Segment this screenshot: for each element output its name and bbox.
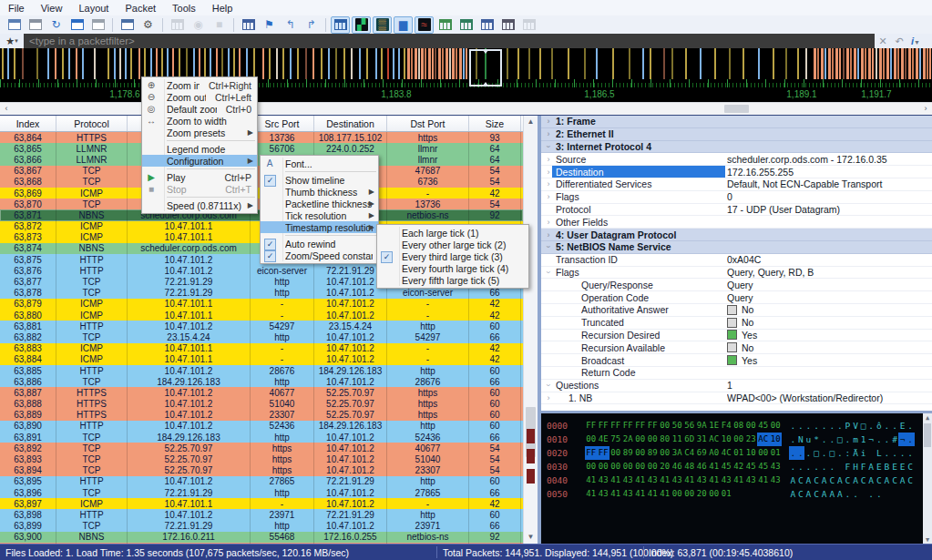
menu-item-packetline-thickness[interactable]: Packetline thickness▶ bbox=[261, 198, 378, 209]
chevron-collapsed-icon[interactable]: › bbox=[544, 179, 553, 188]
column-header-size[interactable]: Size bbox=[469, 116, 521, 131]
packet-row[interactable]: 63,883ICMP10.47.101.1-10.47.101.2-42 bbox=[0, 343, 523, 354]
detail-field-operation-code[interactable]: Operation CodeQuery bbox=[541, 291, 932, 304]
packet-row[interactable]: 63,879ICMP10.47.101.1-10.47.101.2-42 bbox=[0, 299, 523, 310]
hex-row[interactable]: 003000000000000020464846414542454543....… bbox=[541, 460, 932, 473]
menu-item-zoom-to-width[interactable]: ↔Zoom to width bbox=[142, 115, 257, 127]
packet-row[interactable]: 63,865LLMNR56706224.0.0.252llmnr64 bbox=[0, 143, 523, 154]
column-header-protocol[interactable]: Protocol bbox=[56, 116, 128, 131]
timeline-view-icon[interactable]: ▞ bbox=[352, 16, 371, 34]
packet-row[interactable]: 63,880ICMP10.47.101.1-10.47.101.2-42 bbox=[0, 310, 523, 321]
packet-row[interactable]: 63,888HTTPS10.47.101.25104052.25.70.97ht… bbox=[0, 399, 523, 410]
menu-item-zoom-out[interactable]: ⊖Zoom outCtrl+Left bbox=[142, 91, 257, 103]
chevron-collapsed-icon[interactable]: › bbox=[544, 129, 553, 138]
nodes-view-icon[interactable] bbox=[456, 16, 476, 34]
hex-dump-panel[interactable]: ▲ ▼ 0000FFFFFFFFFFFF0050569A1EF408004500… bbox=[541, 413, 932, 545]
statistics-view-icon[interactable] bbox=[498, 16, 517, 34]
detail-field-flags[interactable]: ›Flags0 bbox=[541, 191, 932, 204]
protocols-view-icon[interactable] bbox=[477, 16, 497, 34]
detail-field-authoritative-answer[interactable]: Authoritative AnswerNo bbox=[541, 304, 932, 317]
menu-item-zoom-presets[interactable]: Zoom presets▶ bbox=[142, 127, 257, 138]
table-scroll-up-icon[interactable]: ▲ bbox=[524, 116, 538, 128]
goto-previous-icon[interactable]: ↰ bbox=[281, 16, 300, 34]
detail-field-1-nb[interactable]: ›1. NBWPAD<00> (Workstation/Redirector) bbox=[541, 392, 932, 405]
packet-row[interactable]: 63,882TCP23.15.4.24http10.47.101.2542976… bbox=[0, 331, 523, 342]
menu-item-zoom-speed-constant[interactable]: ✓Zoom/Speed constant bbox=[261, 249, 378, 261]
detail-field-query-response[interactable]: Query/ResponseQuery bbox=[541, 279, 932, 291]
detail-field-other-fields[interactable]: ›Other Fields bbox=[541, 216, 932, 229]
detail-field-flags[interactable]: ›FlagsQuery, Query, RD, B bbox=[541, 267, 932, 280]
detail-section-4-user-datagram-protocol[interactable]: ›4: User Datagram Protocol bbox=[541, 229, 932, 241]
menu-item-tick-resolution[interactable]: Tick resolution▶ bbox=[261, 209, 378, 221]
detail-section-2-ethernet-ii[interactable]: ›2: Ethernet II bbox=[541, 128, 932, 141]
chevron-expanded-icon[interactable]: › bbox=[544, 142, 553, 151]
chevron-expanded-icon[interactable]: › bbox=[544, 268, 553, 277]
timeline-view[interactable] bbox=[0, 48, 932, 87]
packet-row[interactable]: 63,897ICMP10.47.101.1-10.47.101.2-42 bbox=[0, 498, 523, 509]
menu-item-every-other-large-tick-2[interactable]: Every other large tick (2) bbox=[377, 239, 528, 250]
detail-field-protocol[interactable]: Protocol17 - UDP (User Datagram) bbox=[541, 204, 932, 217]
detail-field-truncated[interactable]: TruncatedNo bbox=[541, 317, 932, 330]
layout-icon[interactable] bbox=[118, 16, 137, 34]
menu-item-timestamp-resolution[interactable]: Timestamp resolution▶ bbox=[261, 221, 378, 233]
menu-item-every-third-large-tick-3[interactable]: ✓Every third large tick (3) bbox=[377, 250, 528, 262]
menu-item-every-fifth-large-tick-5[interactable]: Every fifth large tick (5) bbox=[377, 274, 528, 286]
table-scroll-down-icon[interactable]: ▼ bbox=[524, 531, 538, 544]
charts-view-icon[interactable]: ▆ bbox=[394, 16, 413, 34]
scroll-left-icon[interactable]: ‹ bbox=[0, 103, 13, 115]
packet-row[interactable]: 63,891TCP184.29.126.183http10.47.101.252… bbox=[0, 432, 523, 443]
chevron-collapsed-icon[interactable]: › bbox=[544, 192, 553, 201]
packet-row[interactable]: 63,898HTTP10.47.101.22397172.21.91.29htt… bbox=[0, 509, 523, 520]
packets-view-icon[interactable] bbox=[331, 16, 350, 34]
chevron-collapsed-icon[interactable]: › bbox=[544, 117, 553, 126]
detail-field-destination[interactable]: ›Destination172.16.255.255 bbox=[541, 166, 932, 178]
packet-row[interactable]: 63,878TCP72.21.91.29http10.47.101.2eicon… bbox=[0, 288, 523, 299]
packet-row[interactable]: 63,887HTTPS10.47.101.24067752.25.70.97ht… bbox=[0, 387, 523, 398]
menu-item-every-fourth-large-tick-4[interactable]: Every fourth large tick (4) bbox=[377, 262, 528, 274]
chevron-collapsed-icon[interactable]: › bbox=[544, 155, 553, 164]
packet-row[interactable]: 63,885HTTP10.47.101.228676184.29.126.183… bbox=[0, 365, 523, 376]
menu-item-default-zoom[interactable]: ◎Default zoomCtrl+0 bbox=[142, 103, 257, 115]
menubar-item-packet[interactable]: Packet bbox=[117, 2, 164, 15]
menu-item-speed-0-87111x[interactable]: Speed (0.87111x)▶ bbox=[142, 199, 257, 211]
menubar-item-file[interactable]: File bbox=[0, 2, 33, 15]
menubar-item-view[interactable]: View bbox=[33, 2, 71, 15]
open-capture-icon[interactable] bbox=[5, 16, 24, 34]
packet-list-icon[interactable] bbox=[239, 16, 258, 34]
column-header-index[interactable]: Index bbox=[0, 116, 56, 131]
timeline-selection-thumb[interactable] bbox=[469, 49, 502, 87]
flows-view-icon[interactable] bbox=[435, 16, 455, 34]
detail-field-transaction-id[interactable]: Transaction ID0xA04C bbox=[541, 254, 932, 267]
peer-map-icon[interactable]: ▒ bbox=[373, 16, 392, 34]
adapter-icon[interactable] bbox=[88, 16, 108, 34]
detail-field-recursion-desired[interactable]: Recursion DesiredYes bbox=[541, 330, 932, 342]
menubar-item-layout[interactable]: Layout bbox=[70, 2, 117, 15]
favorites-button[interactable]: ★▾ bbox=[0, 34, 24, 48]
detail-field-source[interactable]: ›Sourcescheduler.corp.ods.com - 172.16.0… bbox=[541, 153, 932, 166]
chevron-expanded-icon[interactable]: › bbox=[544, 381, 553, 390]
packet-row[interactable]: 63,900NBNS172.16.0.21155468172.16.0.255n… bbox=[0, 532, 523, 543]
column-header-src-port[interactable]: Src Port bbox=[251, 116, 314, 131]
packet-row[interactable]: 63,895HTTP10.47.101.22786572.21.91.29htt… bbox=[0, 476, 523, 487]
packet-row[interactable]: 63,890HTTP10.47.101.252436184.29.126.183… bbox=[0, 421, 523, 432]
detail-field-return-code[interactable]: Return Code bbox=[541, 367, 932, 380]
hex-row[interactable]: 0020FFFF00890089003AC469A04C01100001...□… bbox=[541, 446, 932, 460]
goto-next-icon[interactable]: ↱ bbox=[302, 16, 321, 34]
hex-row[interactable]: 0010004E752A000080116D31AC100023AC10.Nu*… bbox=[541, 433, 932, 446]
timeline-horizontal-scrollbar[interactable]: ‹ › bbox=[0, 102, 932, 115]
packet-row[interactable]: 63,893TCP52.25.70.97https10.47.101.25104… bbox=[0, 453, 523, 464]
detail-section-3-internet-protocol-4[interactable]: ›3: Internet Protocol 4 bbox=[541, 141, 932, 154]
menu-item-each-large-tick-1[interactable]: Each large tick (1) bbox=[377, 227, 528, 239]
column-header-destination[interactable]: Destination bbox=[314, 116, 387, 131]
detail-field-questions[interactable]: ›Questions1 bbox=[541, 380, 932, 392]
hex-row[interactable]: 004041434143414341434143414341434143ACAC… bbox=[541, 473, 932, 487]
packet-row[interactable]: 63,892TCP52.25.70.97https10.47.101.24067… bbox=[0, 443, 523, 453]
save-icon[interactable] bbox=[67, 16, 87, 34]
detail-section-5-netbios-name-service[interactable]: ›5: NetBIOS Name Service bbox=[541, 241, 932, 254]
menu-item-zoom-in[interactable]: ⊕Zoom inCtrl+Right bbox=[142, 79, 257, 91]
packet-row[interactable]: 63,889HTTPS10.47.101.22330752.25.70.97ht… bbox=[0, 410, 523, 421]
scroll-right-icon[interactable]: › bbox=[919, 103, 932, 115]
chevron-collapsed-icon[interactable]: › bbox=[544, 218, 553, 227]
packet-row[interactable]: 63,886TCP184.29.126.183http10.47.101.228… bbox=[0, 376, 523, 387]
packet-row[interactable]: 63,899TCP72.21.91.29http10.47.101.223971… bbox=[0, 521, 523, 532]
